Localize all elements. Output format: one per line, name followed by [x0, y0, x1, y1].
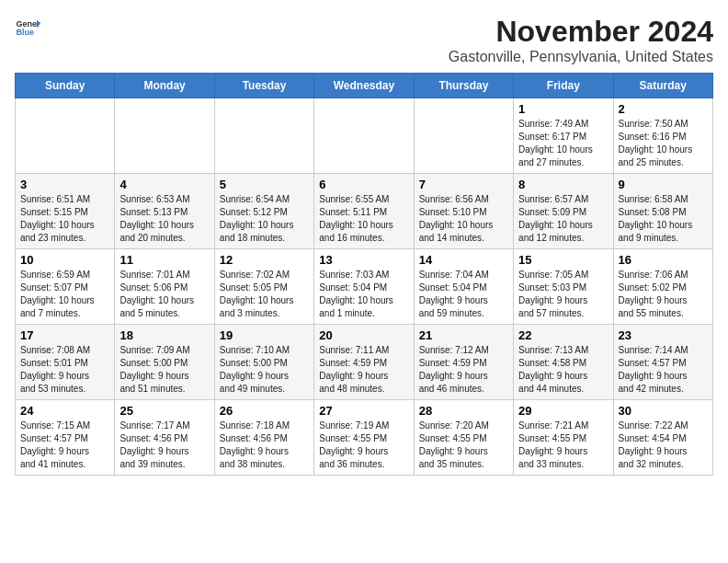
day-info: Sunrise: 7:09 AM Sunset: 5:00 PM Dayligh…: [119, 344, 209, 396]
day-number: 30: [619, 404, 708, 418]
day-number: 26: [220, 404, 309, 418]
day-info: Sunrise: 6:59 AM Sunset: 5:07 PM Dayligh…: [20, 269, 109, 320]
day-number: 19: [220, 328, 309, 342]
calendar-week-5: 24Sunrise: 7:15 AM Sunset: 4:57 PM Dayli…: [16, 400, 713, 476]
calendar-cell-4-1: 17Sunrise: 7:08 AM Sunset: 5:01 PM Dayli…: [16, 325, 115, 400]
day-info: Sunrise: 6:56 AM Sunset: 5:10 PM Dayligh…: [419, 193, 508, 245]
day-info: Sunrise: 6:54 AM Sunset: 5:12 PM Dayligh…: [220, 193, 309, 245]
day-info: Sunrise: 6:57 AM Sunset: 5:09 PM Dayligh…: [518, 193, 608, 245]
day-number: 10: [20, 253, 109, 267]
day-info: Sunrise: 6:55 AM Sunset: 5:11 PM Dayligh…: [319, 193, 408, 245]
calendar-cell-4-2: 18Sunrise: 7:09 AM Sunset: 5:00 PM Dayli…: [115, 325, 214, 400]
logo: General Blue: [15, 15, 40, 40]
day-info: Sunrise: 7:06 AM Sunset: 5:02 PM Dayligh…: [619, 269, 708, 320]
calendar-cell-3-1: 10Sunrise: 6:59 AM Sunset: 5:07 PM Dayli…: [16, 249, 115, 325]
title-block: November 2024 Gastonville, Pennsylvania,…: [449, 15, 713, 65]
page-title: November 2024: [449, 15, 713, 49]
header-thursday: Thursday: [414, 74, 513, 98]
day-number: 16: [619, 253, 708, 267]
calendar-cell-3-5: 14Sunrise: 7:04 AM Sunset: 5:04 PM Dayli…: [414, 249, 513, 325]
header-tuesday: Tuesday: [214, 74, 313, 98]
calendar-cell-1-7: 2Sunrise: 7:50 AM Sunset: 6:16 PM Daylig…: [613, 98, 712, 174]
calendar-week-1: 1Sunrise: 7:49 AM Sunset: 6:17 PM Daylig…: [16, 98, 713, 174]
calendar-cell-3-2: 11Sunrise: 7:01 AM Sunset: 5:06 PM Dayli…: [115, 249, 214, 325]
calendar-cell-1-2: [115, 98, 214, 174]
day-number: 20: [319, 328, 408, 342]
calendar-cell-2-4: 6Sunrise: 6:55 AM Sunset: 5:11 PM Daylig…: [314, 174, 414, 249]
day-number: 4: [119, 178, 209, 191]
day-number: 13: [319, 253, 408, 267]
calendar-cell-2-1: 3Sunrise: 6:51 AM Sunset: 5:15 PM Daylig…: [16, 174, 115, 249]
day-info: Sunrise: 6:53 AM Sunset: 5:13 PM Dayligh…: [119, 193, 209, 245]
day-number: 14: [419, 253, 508, 267]
day-info: Sunrise: 7:15 AM Sunset: 4:57 PM Dayligh…: [20, 419, 109, 471]
calendar-cell-4-6: 22Sunrise: 7:13 AM Sunset: 4:58 PM Dayli…: [514, 325, 613, 400]
calendar-cell-4-5: 21Sunrise: 7:12 AM Sunset: 4:59 PM Dayli…: [414, 325, 513, 400]
calendar-cell-5-6: 29Sunrise: 7:21 AM Sunset: 4:55 PM Dayli…: [514, 400, 613, 476]
day-info: Sunrise: 7:50 AM Sunset: 6:16 PM Dayligh…: [619, 118, 708, 169]
calendar-cell-3-4: 13Sunrise: 7:03 AM Sunset: 5:04 PM Dayli…: [314, 249, 414, 325]
calendar-week-2: 3Sunrise: 6:51 AM Sunset: 5:15 PM Daylig…: [16, 174, 713, 249]
day-info: Sunrise: 7:03 AM Sunset: 5:04 PM Dayligh…: [319, 269, 408, 320]
day-number: 7: [419, 178, 508, 191]
day-number: 6: [319, 178, 408, 191]
calendar-cell-3-6: 15Sunrise: 7:05 AM Sunset: 5:03 PM Dayli…: [514, 249, 613, 325]
header-monday: Monday: [115, 74, 214, 98]
calendar-header-row: Sunday Monday Tuesday Wednesday Thursday…: [16, 74, 713, 98]
day-number: 2: [619, 102, 708, 116]
calendar-cell-1-1: [16, 98, 115, 174]
day-number: 1: [518, 102, 608, 116]
day-info: Sunrise: 7:02 AM Sunset: 5:05 PM Dayligh…: [220, 269, 309, 320]
header-sunday: Sunday: [16, 74, 115, 98]
calendar-week-4: 17Sunrise: 7:08 AM Sunset: 5:01 PM Dayli…: [16, 325, 713, 400]
calendar-cell-1-3: [214, 98, 313, 174]
day-info: Sunrise: 7:20 AM Sunset: 4:55 PM Dayligh…: [419, 419, 508, 471]
calendar-cell-2-2: 4Sunrise: 6:53 AM Sunset: 5:13 PM Daylig…: [115, 174, 214, 249]
day-info: Sunrise: 6:51 AM Sunset: 5:15 PM Dayligh…: [20, 193, 109, 245]
day-info: Sunrise: 7:13 AM Sunset: 4:58 PM Dayligh…: [518, 344, 608, 396]
day-info: Sunrise: 7:22 AM Sunset: 4:54 PM Dayligh…: [619, 419, 708, 471]
day-number: 12: [220, 253, 309, 267]
day-number: 21: [419, 328, 508, 342]
day-info: Sunrise: 7:10 AM Sunset: 5:00 PM Dayligh…: [220, 344, 309, 396]
day-number: 23: [619, 328, 708, 342]
calendar-cell-2-5: 7Sunrise: 6:56 AM Sunset: 5:10 PM Daylig…: [414, 174, 513, 249]
day-info: Sunrise: 7:12 AM Sunset: 4:59 PM Dayligh…: [419, 344, 508, 396]
day-info: Sunrise: 7:01 AM Sunset: 5:06 PM Dayligh…: [119, 269, 209, 320]
day-number: 15: [518, 253, 608, 267]
day-info: Sunrise: 7:18 AM Sunset: 4:56 PM Dayligh…: [220, 419, 309, 471]
day-number: 8: [518, 178, 608, 191]
day-number: 11: [119, 253, 209, 267]
calendar-cell-4-7: 23Sunrise: 7:14 AM Sunset: 4:57 PM Dayli…: [613, 325, 712, 400]
day-number: 17: [20, 328, 109, 342]
page-header: General Blue November 2024 Gastonville, …: [15, 15, 713, 65]
day-number: 27: [319, 404, 408, 418]
day-info: Sunrise: 7:11 AM Sunset: 4:59 PM Dayligh…: [319, 344, 408, 396]
day-number: 5: [220, 178, 309, 191]
calendar-cell-1-4: [314, 98, 414, 174]
day-info: Sunrise: 7:05 AM Sunset: 5:03 PM Dayligh…: [518, 269, 608, 320]
calendar-cell-5-4: 27Sunrise: 7:19 AM Sunset: 4:55 PM Dayli…: [314, 400, 414, 476]
day-number: 9: [619, 178, 708, 191]
calendar-cell-4-4: 20Sunrise: 7:11 AM Sunset: 4:59 PM Dayli…: [314, 325, 414, 400]
calendar-cell-5-1: 24Sunrise: 7:15 AM Sunset: 4:57 PM Dayli…: [16, 400, 115, 476]
calendar-cell-1-6: 1Sunrise: 7:49 AM Sunset: 6:17 PM Daylig…: [514, 98, 613, 174]
day-number: 29: [518, 404, 608, 418]
svg-text:Blue: Blue: [16, 28, 34, 37]
day-info: Sunrise: 7:08 AM Sunset: 5:01 PM Dayligh…: [20, 344, 109, 396]
day-number: 3: [20, 178, 109, 191]
day-info: Sunrise: 7:19 AM Sunset: 4:55 PM Dayligh…: [319, 419, 408, 471]
calendar-table: Sunday Monday Tuesday Wednesday Thursday…: [15, 73, 713, 476]
calendar-cell-4-3: 19Sunrise: 7:10 AM Sunset: 5:00 PM Dayli…: [214, 325, 313, 400]
day-number: 28: [419, 404, 508, 418]
calendar-cell-2-3: 5Sunrise: 6:54 AM Sunset: 5:12 PM Daylig…: [214, 174, 313, 249]
day-number: 25: [119, 404, 209, 418]
day-info: Sunrise: 6:58 AM Sunset: 5:08 PM Dayligh…: [619, 193, 708, 245]
header-friday: Friday: [514, 74, 613, 98]
day-info: Sunrise: 7:14 AM Sunset: 4:57 PM Dayligh…: [619, 344, 708, 396]
calendar-week-3: 10Sunrise: 6:59 AM Sunset: 5:07 PM Dayli…: [16, 249, 713, 325]
day-number: 22: [518, 328, 608, 342]
day-number: 18: [119, 328, 209, 342]
calendar-cell-5-2: 25Sunrise: 7:17 AM Sunset: 4:56 PM Dayli…: [115, 400, 214, 476]
calendar-cell-5-5: 28Sunrise: 7:20 AM Sunset: 4:55 PM Dayli…: [414, 400, 513, 476]
